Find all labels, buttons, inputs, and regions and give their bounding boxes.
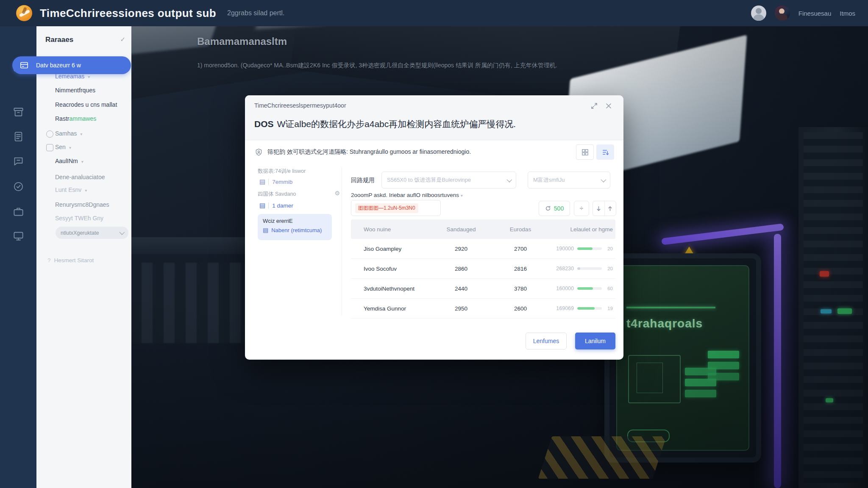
progress-total: 169069: [556, 305, 574, 311]
sort-desc-button[interactable]: [593, 201, 604, 216]
archive-box-icon[interactable]: [13, 106, 24, 118]
progress-total: 268230: [556, 266, 574, 272]
progress-total: 190000: [556, 246, 574, 252]
tree-item-1damer[interactable]: ▤ 1 damer: [259, 202, 293, 209]
cell-col2: 2440: [431, 286, 491, 292]
cell-progress: 190000 20: [550, 246, 615, 252]
column-header-name: Woo nuine: [351, 226, 431, 233]
sidebar-item-samhas[interactable]: Samhas▾: [55, 130, 82, 137]
cell-col2: 2920: [431, 246, 491, 252]
modal-heading-prefix: DOS: [254, 119, 274, 129]
top-navbar: TimeCchrireessiones output sub 2ggrabs s…: [0, 0, 868, 26]
chevron-down-icon: [507, 177, 512, 182]
page-title: Bamamamanasltm: [197, 36, 655, 47]
list-view-button[interactable]: [596, 144, 614, 160]
page-description: 1) morenod5on. (Qudageco* MA..Bsm建設2K6 I…: [197, 62, 655, 69]
sidebar-item-lunt-esnv[interactable]: Lunt Esnv▾: [55, 186, 87, 193]
shield-badge-icon: [254, 148, 263, 157]
table-body: Jiso Goampley 2920 2700 190000 20 Ivoo S…: [351, 239, 615, 319]
user-avatar[interactable]: [775, 6, 790, 21]
card-icon: [19, 61, 29, 70]
monitor-icon[interactable]: [13, 230, 24, 242]
table-header-row: Woo nuine Sandauged Eurodas Lelaulet or …: [351, 219, 615, 239]
sidebar-item-renurysrnc[interactable]: Renurysrnc8Dgnaes: [55, 201, 109, 208]
cell-name: Jiso Goampley: [351, 246, 431, 252]
table-row[interactable]: Yemdisa Gunnor 2950 2600 169069 19: [351, 299, 615, 319]
sidebar-item-aaulinm[interactable]: AaulINm▾: [55, 158, 83, 164]
check-icon: ✓: [120, 36, 125, 43]
table-tree-panel: 数据表:74训/e liswor ▤ 7emmib 四国体 Savdano ⚙ …: [258, 164, 342, 360]
cancel-button[interactable]: Lenfumes: [526, 333, 567, 349]
sort-toggle-group: [593, 201, 616, 216]
sidebar-item-rastr[interactable]: Rastrammawes: [55, 115, 96, 122]
user-avatar[interactable]: [751, 6, 766, 21]
count-value: 500: [554, 205, 564, 212]
mode-select[interactable]: M富进smfiJu: [528, 172, 610, 189]
sidebar-footer-link[interactable]: ?Hesmert Sitarot: [47, 257, 94, 263]
cell-name: Yemdisa Gunnor: [351, 305, 431, 312]
sidebar-select[interactable]: ntlutxXgeruktate: [56, 227, 128, 239]
circle-icon: [46, 130, 53, 138]
sidebar-item-dene[interactable]: Dene-analuaciatoe: [55, 174, 105, 180]
sidebar-item-nimmentfrques[interactable]: Nimmentfrques: [55, 87, 95, 94]
chevron-down-icon: ▾: [69, 145, 71, 150]
divider: [268, 179, 269, 185]
table-icon: ▤: [259, 178, 265, 186]
tree-selected-card[interactable]: Wciz ererriE ▤ Nabenr (retimtcuma): [258, 214, 332, 240]
cell-progress: 169069 19: [550, 305, 615, 311]
cell-progress: 268230 20: [550, 266, 615, 272]
divide-button[interactable]: ÷: [574, 201, 589, 216]
refresh-icon: [545, 205, 551, 211]
briefcase-icon[interactable]: [13, 206, 24, 217]
tag-value: 图图图图—1.2uN-5m3N0: [355, 203, 418, 213]
mode-select-placeholder: M富进smfiJu: [533, 176, 565, 184]
modal-window-title: TimeChcrireeseslspermesyput4oor: [254, 102, 346, 109]
confirm-button[interactable]: Lanilum: [575, 333, 615, 349]
sidebar-item-accent: ammawes: [69, 115, 96, 122]
tree-item-7emmib[interactable]: ▤ 7emmib: [259, 178, 292, 186]
help-icon: ?: [47, 257, 51, 263]
grid-view-button[interactable]: [576, 144, 594, 160]
sidebar-item-sesyyt[interactable]: Sesyyt TWEh Gny: [55, 215, 103, 222]
channel-select[interactable]: S565X0 to 饭进选算是Bulerovinpe: [381, 172, 516, 189]
tree-group-label: 四国体 Savdano: [258, 191, 296, 198]
sidebar-header: Raraaes: [45, 36, 73, 44]
sort-asc-button[interactable]: [604, 201, 616, 216]
progress-bar: [577, 287, 602, 290]
cell-col3: 2816: [491, 266, 550, 272]
table-row[interactable]: Ivoo Socofuv 2860 2816 268230 20: [351, 259, 615, 279]
modal-heading: DOSW证albe的数据化办步a4abc再加检测内容血统炉偏严慢得况.: [254, 118, 516, 130]
table-row[interactable]: Jiso Goampley 2920 2700 190000 20: [351, 239, 615, 259]
chevron-down-icon: ▾: [81, 159, 83, 164]
topbar-right-group: Finesuesau Itmos: [751, 6, 855, 21]
table-row[interactable]: 3vdutoiNethvnopent 2440 3780 160000 60: [351, 279, 615, 299]
document-icon[interactable]: [13, 131, 24, 142]
message-icon[interactable]: [13, 155, 24, 167]
divider: [268, 202, 269, 209]
sidebar-item-selected-label: Datv bazeurr 6 w: [36, 62, 81, 69]
sidebar-item-sen[interactable]: Sen▾: [55, 144, 71, 150]
cell-col2: 2950: [431, 305, 491, 312]
sidebar-select-value: ntlutxXgeruktate: [61, 230, 99, 236]
chevron-down-icon: [601, 177, 606, 182]
tag-input[interactable]: 图图图图—1.2uN-5m3N0: [351, 200, 441, 216]
data-table: Woo nuine Sandauged Eurodas Lelaulet or …: [351, 219, 615, 319]
topbar-link[interactable]: Itmos: [840, 10, 855, 17]
column-header-sandauged: Sandauged: [431, 226, 491, 233]
close-icon[interactable]: [605, 102, 612, 110]
modal-header: TimeChcrireeseslspermesyput4oor DOSW证alb…: [245, 95, 623, 140]
square-icon: [46, 144, 53, 151]
table-icon: ▤: [263, 227, 268, 233]
progress-suffix: 19: [605, 306, 613, 311]
vertical-divider: [342, 167, 342, 316]
gear-icon[interactable]: ⚙: [334, 190, 340, 197]
cell-col3: 2700: [491, 246, 550, 252]
sidebar-item-reacrodes[interactable]: Reacrodes u cns mallat: [55, 101, 117, 108]
expand-icon[interactable]: [590, 102, 598, 110]
progress-suffix: 20: [605, 266, 613, 271]
topbar-link[interactable]: Finesuesau: [798, 10, 832, 17]
sidebar-item-selected[interactable]: Datv bazeurr 6 w: [12, 56, 131, 74]
check-circle-icon[interactable]: [13, 181, 24, 192]
brand-logo-icon[interactable]: [16, 5, 32, 21]
refresh-count-button[interactable]: 500: [539, 201, 570, 216]
